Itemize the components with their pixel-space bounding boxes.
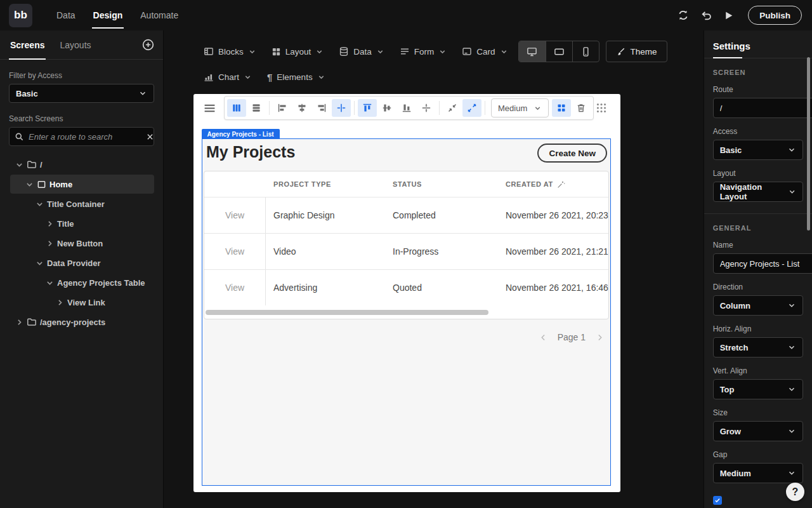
tree-item-data-provider[interactable]: Data Provider	[10, 253, 154, 272]
tab-layouts[interactable]: Layouts	[58, 30, 98, 59]
card-dropdown-button[interactable]: Card	[457, 42, 513, 61]
tablet-icon	[554, 46, 565, 57]
layout-dropdown-button[interactable]: Layout	[266, 42, 329, 61]
align-center-horizontal-button[interactable]	[292, 99, 311, 117]
grid-layout-button[interactable]	[552, 99, 571, 117]
align-bottom-button[interactable]	[397, 99, 416, 117]
name-input[interactable]	[713, 253, 812, 274]
distribute-horizontal-button[interactable]	[332, 99, 351, 117]
direction-column-button[interactable]	[227, 99, 246, 117]
tab-data[interactable]: Data	[48, 0, 84, 30]
tree-item-title[interactable]: Title	[10, 214, 154, 233]
chevron-down-icon	[787, 427, 796, 436]
drag-handle-icon[interactable]	[595, 102, 608, 114]
size-label: Size	[713, 408, 803, 417]
search-icon	[15, 132, 24, 142]
align-center-vertical-button[interactable]	[377, 99, 396, 117]
tree-item-new-button[interactable]: New Button	[10, 234, 154, 253]
brush-icon	[616, 47, 625, 57]
vert-align-select[interactable]: Top	[713, 379, 803, 399]
create-new-button[interactable]: Create New	[537, 144, 607, 163]
view-link[interactable]: View	[204, 234, 266, 269]
clear-search-icon[interactable]	[146, 133, 154, 141]
tab-screens[interactable]: Screens	[9, 30, 52, 59]
chevron-down-icon	[787, 385, 796, 394]
align-top-button[interactable]	[358, 99, 377, 117]
desktop-preview-button[interactable]	[519, 41, 546, 62]
chevron-down-icon	[244, 73, 252, 81]
pilcrow-icon: ¶	[267, 72, 272, 83]
card-icon	[462, 46, 472, 57]
tree-item-root[interactable]: /	[10, 155, 154, 174]
previous-page-icon[interactable]	[539, 333, 547, 342]
data-dropdown-button[interactable]: Data	[334, 42, 390, 61]
direction-row-button[interactable]	[247, 99, 266, 117]
tab-design[interactable]: Design	[84, 0, 132, 30]
projects-table: PROJECT TYPE STATUS CREATED AT	[204, 171, 609, 319]
view-link[interactable]: View	[204, 270, 266, 305]
chart-icon	[204, 72, 214, 82]
mobile-preview-button[interactable]	[572, 41, 599, 62]
settings-scrollbar[interactable]	[807, 57, 810, 231]
gap-select[interactable]: Medium	[713, 463, 803, 483]
delete-button[interactable]	[572, 99, 591, 117]
cell-project-type: Video	[266, 234, 385, 269]
shrink-button[interactable]	[443, 99, 462, 117]
tree-item-agency-projects-folder[interactable]: /agency-projects	[10, 312, 154, 331]
toolbar-divider	[439, 101, 440, 115]
horizontal-scrollbar[interactable]	[206, 310, 488, 315]
form-dropdown-button[interactable]: Form	[395, 42, 452, 61]
chevron-down-icon	[534, 104, 542, 112]
column-header-created-at[interactable]: CREATED AT	[499, 180, 608, 189]
help-button[interactable]: ?	[786, 483, 804, 501]
next-page-icon[interactable]	[596, 333, 604, 342]
expand-button[interactable]	[462, 99, 481, 117]
topbar-actions: Publish	[678, 6, 802, 25]
chevron-down-icon	[376, 48, 384, 56]
column-header-project-type[interactable]: PROJECT TYPE	[266, 180, 385, 188]
direction-select[interactable]: Column	[713, 295, 803, 316]
chart-dropdown-button[interactable]: Chart	[199, 67, 257, 86]
blocks-dropdown-button[interactable]: Blocks	[199, 42, 261, 61]
tree-item-agency-projects-table[interactable]: Agency Projects Table	[10, 273, 154, 292]
horizontal-scrollbar-track	[204, 305, 608, 319]
chevron-right-icon	[56, 298, 64, 307]
add-screen-icon[interactable]	[142, 39, 154, 51]
view-link[interactable]: View	[204, 197, 266, 233]
search-input[interactable]	[29, 132, 141, 142]
selected-component[interactable]: Agency Projects - List My Projects Creat…	[202, 138, 611, 486]
folder-icon	[27, 159, 37, 170]
main-area: Screens Layouts Filter by Access Basic S…	[0, 30, 812, 508]
preview-play-icon[interactable]	[723, 10, 734, 21]
align-right-button[interactable]	[312, 99, 331, 117]
horiz-align-select[interactable]: Stretch	[713, 337, 803, 358]
route-input[interactable]	[713, 98, 812, 118]
distribute-vertical-button[interactable]	[417, 99, 436, 117]
tree-item-home[interactable]: Home	[10, 175, 154, 194]
menu-icon[interactable]	[204, 102, 216, 114]
size-select[interactable]: Medium	[491, 98, 549, 117]
column-header-status[interactable]: STATUS	[385, 180, 499, 188]
layout-select[interactable]: Navigation Layout	[713, 182, 803, 202]
publish-button[interactable]: Publish	[748, 6, 802, 25]
sync-icon[interactable]	[678, 10, 689, 21]
tree-item-view-link[interactable]: View Link	[10, 293, 154, 312]
filter-access-select[interactable]: Basic	[9, 84, 154, 103]
elements-dropdown-button[interactable]: ¶ Elements	[262, 67, 331, 86]
cell-status: Completed	[385, 197, 499, 233]
tree-item-title-container[interactable]: Title Container	[10, 194, 154, 213]
align-left-button[interactable]	[273, 99, 292, 117]
cell-created-at: November 26 2021, 20:23	[499, 197, 608, 233]
access-label: Access	[713, 127, 803, 136]
check-icon	[714, 497, 721, 504]
size-select-setting[interactable]: Grow	[713, 421, 803, 441]
checkbox-checked[interactable]	[713, 496, 722, 505]
tablet-preview-button[interactable]	[546, 41, 572, 62]
access-select[interactable]: Basic	[713, 140, 803, 160]
undo-icon[interactable]	[700, 10, 712, 21]
pagination: Page 1	[202, 319, 610, 342]
grid-icon	[556, 103, 566, 113]
blocks-icon	[204, 46, 214, 57]
tab-automate[interactable]: Automate	[131, 0, 187, 30]
theme-button[interactable]: Theme	[606, 41, 667, 62]
